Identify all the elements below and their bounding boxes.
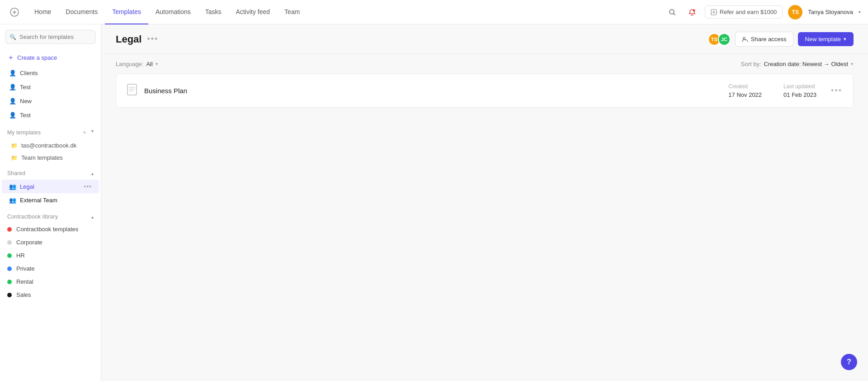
app-logo[interactable]	[7, 5, 22, 19]
notifications-button[interactable]	[685, 5, 699, 19]
folder-icon: 📁	[11, 143, 18, 149]
sidebar-item-new[interactable]: 👤 New	[2, 95, 99, 108]
folder-icon: 📁	[11, 155, 18, 161]
sidebar-item-legal[interactable]: 👥 Legal •••	[2, 180, 99, 193]
avatar-jc: JC	[718, 33, 731, 46]
my-templates-email: tas@contractbook.dk	[21, 142, 76, 149]
collapse-my-templates-icon[interactable]: ▾	[91, 129, 94, 137]
add-template-icon[interactable]: ＋	[81, 129, 88, 137]
dot-icon	[7, 227, 12, 232]
language-filter-label: Language:	[116, 61, 143, 67]
library-item-rental[interactable]: Rental	[0, 275, 101, 288]
library-section: Contractbook library ▴ Contractbook temp…	[0, 207, 101, 301]
shared-item-label: External Team	[20, 197, 92, 204]
main-content: Legal ••• TS JC Share access New templat…	[101, 24, 868, 381]
my-templates-team-label: Team templates	[21, 154, 63, 161]
sort-control[interactable]: Sort by: Creation date: Newest → Oldest …	[741, 61, 854, 67]
collapse-shared-icon[interactable]: ▴	[91, 171, 94, 176]
page-title: Legal	[116, 33, 142, 45]
search-input[interactable]	[5, 30, 95, 44]
library-item-contractbook[interactable]: Contractbook templates	[0, 223, 101, 236]
library-label: Contractbook library	[7, 214, 58, 220]
library-item-label: HR	[16, 252, 25, 259]
nav-team[interactable]: Team	[277, 0, 307, 24]
user-avatar[interactable]: TS	[788, 5, 802, 19]
page-header: Legal ••• TS JC Share access New templat…	[101, 24, 868, 54]
template-card[interactable]: Business Plan Created 17 Nov 2022 Last u…	[116, 74, 854, 108]
create-space-label: Create a space	[17, 54, 57, 61]
sidebar-item-external-team[interactable]: 👥 External Team	[2, 194, 99, 207]
sidebar-item-test2[interactable]: 👤 Test	[2, 109, 99, 122]
help-label: ?	[847, 358, 851, 366]
nav-home[interactable]: Home	[27, 0, 58, 24]
sidebar-item-label: Test	[20, 112, 31, 119]
my-templates-team[interactable]: 📁 Team templates	[0, 152, 101, 164]
sort-label: Sort by:	[741, 61, 761, 67]
sidebar-item-label: New	[20, 98, 32, 105]
sort-value: Creation date: Newest → Oldest	[764, 61, 848, 67]
dot-icon	[7, 293, 12, 297]
shared-item-label: Legal	[20, 183, 80, 190]
my-templates-label: My templates	[7, 129, 41, 136]
main-layout: 🔍 ＋ Create a space 👤 Clients 👤 Test 👤 Ne…	[0, 24, 868, 381]
library-item-private[interactable]: Private	[0, 262, 101, 275]
library-item-hr[interactable]: HR	[0, 249, 101, 262]
library-item-corporate[interactable]: Corporate	[0, 236, 101, 249]
language-filter-chevron: ▾	[156, 61, 158, 67]
collapse-library-icon[interactable]: ▴	[91, 214, 94, 219]
person-icon: 👤	[9, 84, 16, 90]
top-nav: Home Documents Templates Automations Tas…	[0, 0, 868, 24]
new-template-button[interactable]: New template ▾	[798, 32, 854, 46]
created-label: Created	[728, 83, 762, 90]
search-button[interactable]	[665, 5, 679, 19]
sidebar-item-label: Test	[20, 84, 31, 90]
my-templates-header: My templates ＋ ▾	[0, 126, 101, 139]
my-templates-personal[interactable]: 📁 tas@contractbook.dk	[0, 139, 101, 152]
sort-chevron: ▾	[851, 61, 854, 67]
template-document-icon	[127, 84, 137, 98]
svg-rect-5	[127, 84, 137, 95]
share-access-label: Share access	[751, 36, 787, 43]
dot-icon	[7, 240, 12, 245]
shared-section: Shared ▴ 👥 Legal ••• 👥 External Team	[0, 164, 101, 207]
nav-templates[interactable]: Templates	[105, 0, 148, 24]
dot-icon	[7, 267, 12, 271]
library-item-label: Rental	[16, 278, 33, 285]
template-more-button[interactable]: •••	[831, 86, 842, 95]
svg-point-4	[743, 37, 745, 39]
nav-documents[interactable]: Documents	[58, 0, 105, 24]
user-name[interactable]: Tanya Stoyanova	[808, 9, 853, 15]
sidebar: 🔍 ＋ Create a space 👤 Clients 👤 Test 👤 Ne…	[0, 24, 101, 381]
library-item-label: Contractbook templates	[16, 226, 78, 233]
shared-header: Shared ▴	[0, 167, 101, 179]
library-item-sales[interactable]: Sales	[0, 288, 101, 301]
sidebar-item-label: Clients	[20, 70, 38, 76]
shared-label: Shared	[7, 170, 25, 176]
nav-activity-feed[interactable]: Activity feed	[229, 0, 277, 24]
refer-button[interactable]: Refer and earn $1000	[705, 5, 783, 19]
sidebar-item-clients[interactable]: 👤 Clients	[2, 67, 99, 80]
template-metadata: Created 17 Nov 2022 Last updated 01 Feb …	[728, 83, 816, 98]
person-icon: 👤	[9, 70, 16, 76]
library-header: Contractbook library ▴	[0, 211, 101, 223]
filter-bar: Language: All ▾ Sort by: Creation date: …	[101, 54, 868, 74]
nav-automations[interactable]: Automations	[148, 0, 198, 24]
help-button[interactable]: ?	[841, 354, 857, 370]
sidebar-item-test1[interactable]: 👤 Test	[2, 81, 99, 94]
created-value: 17 Nov 2022	[728, 91, 762, 98]
updated-meta: Last updated 01 Feb 2023	[783, 83, 816, 98]
header-actions: TS JC Share access New template ▾	[708, 32, 854, 47]
template-name: Business Plan	[144, 87, 721, 95]
plus-icon: ＋	[7, 53, 14, 62]
nav-tasks[interactable]: Tasks	[198, 0, 229, 24]
language-filter-value: All	[146, 61, 152, 67]
page-more-button[interactable]: •••	[147, 34, 158, 44]
new-template-label: New template	[805, 36, 841, 43]
user-menu-chevron[interactable]: ▾	[859, 10, 861, 14]
dot-icon	[7, 280, 12, 284]
share-access-button[interactable]: Share access	[735, 32, 793, 47]
more-actions-icon[interactable]: •••	[84, 183, 92, 190]
language-filter[interactable]: Language: All ▾	[116, 61, 158, 67]
create-space-button[interactable]: ＋ Create a space	[0, 49, 101, 66]
library-item-label: Corporate	[16, 239, 42, 246]
